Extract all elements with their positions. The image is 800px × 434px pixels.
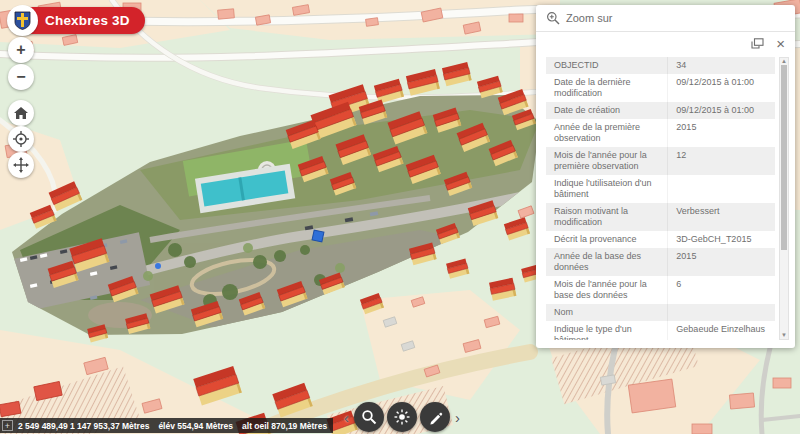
scrollbar[interactable]: ▲ ▼ bbox=[779, 57, 789, 340]
elevation-value: élév 554,94 Mètres bbox=[158, 421, 233, 431]
home-icon bbox=[14, 107, 28, 120]
draw-button[interactable] bbox=[420, 402, 450, 432]
daylight-button[interactable] bbox=[387, 402, 417, 432]
table-row: Date de création09/12/2015 à 01:00 bbox=[546, 102, 775, 119]
popup-body: OBJECTID34Date de la dernière modificati… bbox=[546, 57, 789, 340]
table-row: OBJECTID34 bbox=[546, 57, 775, 74]
attribute-label: Date de création bbox=[546, 102, 667, 119]
table-row: Indique l'utilisateion d'un bâtiment bbox=[546, 175, 775, 203]
crosshair-icon: + bbox=[2, 420, 13, 431]
coordinates-bar: + 2 549 489,49 1 147 953,37 Mètres élév … bbox=[0, 418, 333, 433]
attribute-label: Nom bbox=[546, 304, 667, 321]
attribute-value: Gebaeude Einzelhaus bbox=[667, 321, 775, 340]
table-row: Date de la dernière modification09/12/20… bbox=[546, 74, 775, 102]
attribute-label: Raison motivant la modification bbox=[546, 203, 667, 231]
sun-icon bbox=[394, 409, 410, 425]
carousel-next-button[interactable]: › bbox=[453, 410, 462, 425]
chexbres-crest-icon bbox=[7, 5, 38, 36]
table-row: Mois de l'année pour la première observa… bbox=[546, 147, 775, 175]
attribute-label: Mois de l'année pour la première observa… bbox=[546, 147, 667, 175]
zoom-out-button[interactable]: − bbox=[8, 64, 34, 90]
attribute-value bbox=[667, 304, 775, 321]
attribute-value: 09/12/2015 à 01:00 bbox=[667, 102, 775, 119]
table-row: Raison motivant la modificationVerbesser… bbox=[546, 203, 775, 231]
eye-altitude-value: alt oeil 870,19 Mètres bbox=[242, 421, 327, 431]
attribute-label: Mois de l'année pour la base des données bbox=[546, 276, 667, 304]
popup-title: Zoom sur bbox=[566, 12, 612, 24]
scroll-down-arrow[interactable]: ▼ bbox=[780, 332, 788, 339]
search-button[interactable] bbox=[354, 402, 384, 432]
attribute-value: Verbessert bbox=[667, 203, 775, 231]
tool-carousel: ‹ › bbox=[342, 402, 462, 432]
attribute-value: 09/12/2015 à 01:00 bbox=[667, 74, 775, 102]
attribute-label: OBJECTID bbox=[546, 57, 667, 74]
coordinates-value: 2 549 489,49 1 147 953,37 Mètres bbox=[18, 421, 149, 431]
table-row: Nom bbox=[546, 304, 775, 321]
minus-icon: − bbox=[16, 69, 25, 85]
zoom-to-action[interactable]: Zoom sur bbox=[536, 5, 795, 32]
table-row: Indique le type d'un bâtimentGebaeude Ei… bbox=[546, 321, 775, 340]
locate-icon bbox=[13, 131, 29, 147]
attribute-label: Décrit la provenance bbox=[546, 231, 667, 248]
scrollbar-thumb[interactable] bbox=[781, 65, 787, 250]
table-row: Année de la base des données2015 bbox=[546, 248, 775, 276]
popup-panel: Zoom sur × OBJECTID34Date de la dernière… bbox=[536, 5, 795, 348]
scene-viewer: Chexbres 3D + − ‹ bbox=[0, 0, 800, 434]
pencil-icon bbox=[428, 410, 443, 425]
popup-actions: × bbox=[536, 32, 795, 55]
attribute-value: 2015 bbox=[667, 248, 775, 276]
table-row: Année de la première observation2015 bbox=[546, 119, 775, 147]
attribute-table: OBJECTID34Date de la dernière modificati… bbox=[546, 57, 775, 340]
attribute-value: 2015 bbox=[667, 119, 775, 147]
table-row: Décrit la provenance3D-GebCH_T2015 bbox=[546, 231, 775, 248]
pan-button[interactable] bbox=[8, 152, 34, 178]
locate-button[interactable] bbox=[8, 126, 34, 152]
search-icon bbox=[361, 409, 377, 425]
attribute-value: 34 bbox=[667, 57, 775, 74]
attribute-label: Indique le type d'un bâtiment bbox=[546, 321, 667, 340]
app-title-badge[interactable]: Chexbres 3D bbox=[9, 7, 145, 34]
pan-icon bbox=[13, 157, 29, 173]
zoom-to-icon bbox=[546, 11, 560, 25]
zoom-in-button[interactable]: + bbox=[8, 37, 34, 63]
attribute-label: Année de la base des données bbox=[546, 248, 667, 276]
scroll-up-arrow[interactable]: ▲ bbox=[780, 58, 788, 65]
plus-icon: + bbox=[16, 42, 25, 58]
attribute-value bbox=[667, 175, 775, 203]
attribute-value: 3D-GebCH_T2015 bbox=[667, 231, 775, 248]
home-button[interactable] bbox=[8, 100, 34, 126]
close-icon[interactable]: × bbox=[776, 36, 785, 51]
attribute-value: 12 bbox=[667, 147, 775, 175]
attribute-label: Année de la première observation bbox=[546, 119, 667, 147]
attribute-label: Indique l'utilisateion d'un bâtiment bbox=[546, 175, 667, 203]
attribute-label: Date de la dernière modification bbox=[546, 74, 667, 102]
carousel-prev-button[interactable]: ‹ bbox=[342, 410, 351, 425]
dock-icon[interactable] bbox=[751, 38, 764, 49]
attribute-value: 6 bbox=[667, 276, 775, 304]
table-row: Mois de l'année pour la base des données… bbox=[546, 276, 775, 304]
app-title: Chexbres 3D bbox=[45, 13, 130, 28]
